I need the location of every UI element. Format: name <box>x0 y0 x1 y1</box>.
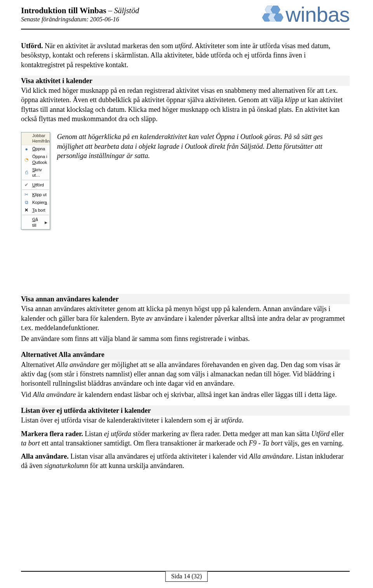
menu-item-goto[interactable]: Gå till ▶ <box>21 216 50 229</box>
menu-header: Jobbar Hemifrån <box>21 132 50 145</box>
menu-item-cut[interactable]: ✂ Klipp ut <box>21 191 50 198</box>
submenu-arrow-icon: ▶ <box>45 220 47 225</box>
logo-text: winbas <box>286 4 350 25</box>
doc-subtitle: – Säljstöd <box>106 6 139 15</box>
heading-visa-kalender: Visa aktivitet i kalender <box>21 76 350 86</box>
winbas-logo: winbas <box>261 4 350 25</box>
menu-item-delete[interactable]: ✕ Ta bort <box>21 206 50 214</box>
paragraph-alla-2: Vid Alla användare är kalendern endast l… <box>21 390 350 399</box>
check-icon: ✔ <box>23 182 30 188</box>
paragraph-alla-1: Alternativet Alla användare ger möjlighe… <box>21 360 350 388</box>
copy-icon: ⧉ <box>23 199 30 205</box>
paragraph-outlook-note: Genom att högerklicka på en kalenderakti… <box>57 132 350 160</box>
print-icon: ⎙ <box>23 169 30 176</box>
outlook-icon: ◔ <box>23 157 30 163</box>
menu-item-copy[interactable]: ⧉ Kopiera <box>21 198 50 206</box>
blank-icon <box>23 219 30 226</box>
menu-item-open-outlook[interactable]: ◔ Öppna i Outlook <box>21 153 50 166</box>
context-menu: Jobbar Hemifrån ● Öppna ◔ Öppna i Outloo… <box>21 132 50 230</box>
cut-icon: ✂ <box>23 191 30 198</box>
heading-alla-anvandare: Alternativet Alla användare <box>21 350 350 360</box>
menu-item-open[interactable]: ● Öppna <box>21 145 50 153</box>
paragraph-visa-annan-2: De användare som finns att välja bland ä… <box>21 334 350 343</box>
doc-title: Introduktion till Winbas <box>21 6 106 15</box>
logo-hex-icon <box>261 5 283 24</box>
paragraph-visa-annan-1: Visa annan användares aktiviteter genom … <box>21 304 350 332</box>
page-footer: Sida 14 (32) <box>165 571 207 582</box>
paragraph-visa-kalender: Vid klick med höger musknapp på en redan… <box>21 86 350 124</box>
menu-item-done[interactable]: ✔ Utförd <box>21 181 50 189</box>
heading-lista-ej-utforda: Listan över ej utförda aktiviteter i kal… <box>21 405 350 416</box>
doc-date: Senaste förändringsdatum: 2005-06-16 <box>21 16 139 23</box>
paragraph-lista: Listan över ej utförda visar de kalender… <box>21 416 350 425</box>
open-icon: ● <box>23 146 30 152</box>
paragraph-markera: Markera flera rader. Listan ej utförda s… <box>21 429 350 448</box>
paragraph-utford: Utförd. När en aktivitet är avslutad mar… <box>21 41 350 70</box>
menu-item-print[interactable]: ⎙ Skriv ut… <box>21 166 50 179</box>
heading-visa-annan: Visa annan användares kalender <box>21 294 350 304</box>
header-divider <box>21 29 350 30</box>
paragraph-alla-anvandare-list: Alla användare. Listan visar alla använd… <box>21 452 350 471</box>
delete-icon: ✕ <box>23 207 30 213</box>
